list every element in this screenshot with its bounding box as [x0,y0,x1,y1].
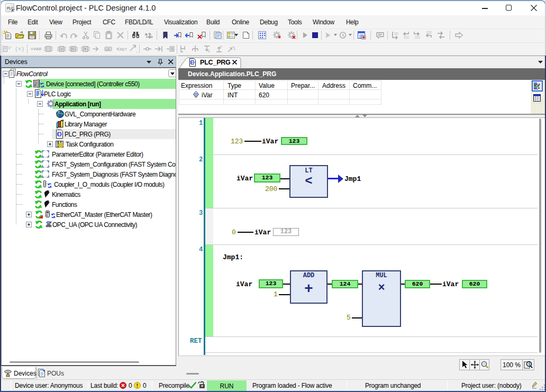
svg-text:=VAR: =VAR [31,47,41,51]
svg-text:S: S [171,47,174,51]
svg-text:a: a [145,32,148,37]
svg-text:(×): (×) [15,47,24,52]
svg-text:LD: LD [106,48,110,51]
svg-text:RET: RET [120,48,128,51]
svg-text:b: b [149,32,151,37]
svg-text:?: ? [60,47,63,52]
